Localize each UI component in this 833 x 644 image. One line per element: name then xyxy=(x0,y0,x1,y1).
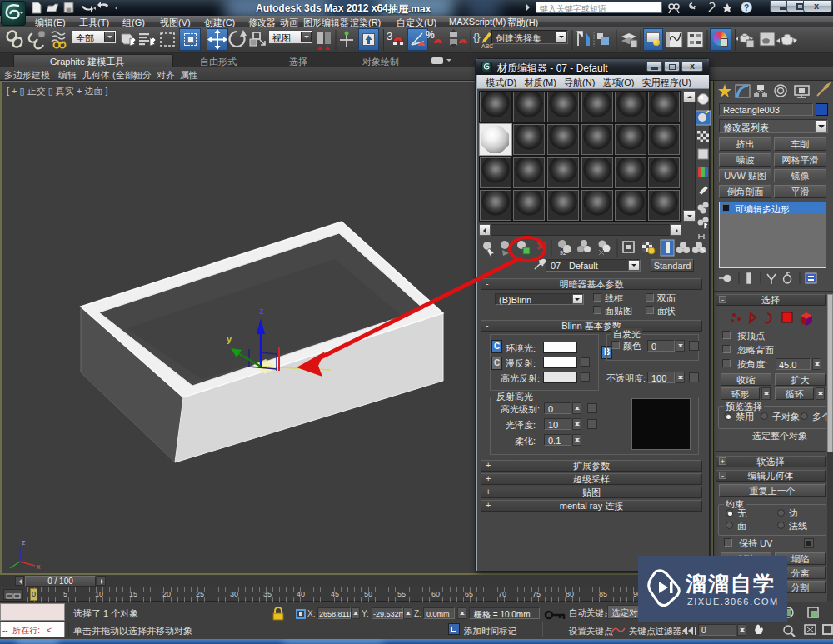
svg-text:x: x xyxy=(37,562,41,571)
svg-text:z: z xyxy=(22,538,26,547)
svg-text:?: ? xyxy=(744,3,749,12)
svg-text:z: z xyxy=(259,306,264,316)
svg-text:92: 92 xyxy=(560,250,566,256)
svg-text:y: y xyxy=(227,334,232,344)
